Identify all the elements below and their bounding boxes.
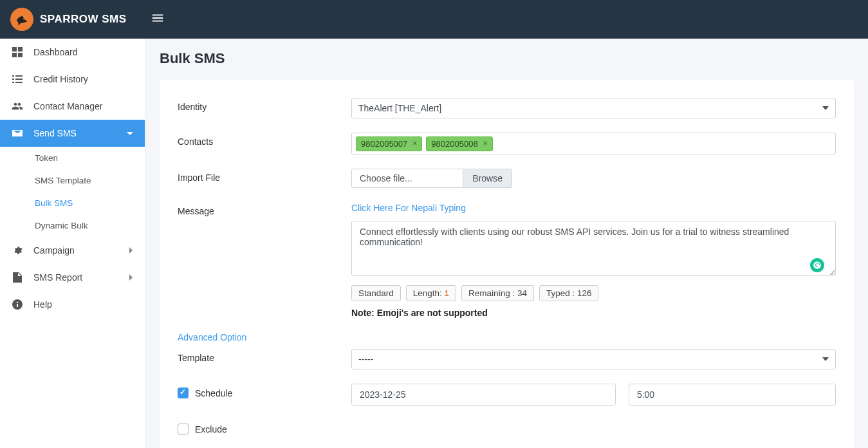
- sidebar: Dashboard Credit History Contact Manager…: [0, 39, 145, 448]
- remove-tag-icon[interactable]: ×: [412, 139, 417, 148]
- message-label: Message: [178, 202, 351, 216]
- advanced-option-link[interactable]: Advanced Option: [178, 332, 351, 342]
- remove-tag-icon[interactable]: ×: [483, 139, 488, 148]
- contacts-label: Contacts: [178, 133, 351, 147]
- sidebar-sub-bulk-sms[interactable]: Bulk SMS: [0, 192, 145, 214]
- app-header: SPARROW SMS: [0, 0, 868, 39]
- sidebar-item-credit-history[interactable]: Credit History: [0, 66, 145, 93]
- sidebar-sub-sms-template[interactable]: SMS Template: [0, 169, 145, 192]
- nepali-typing-link[interactable]: Click Here For Nepali Typing: [351, 203, 466, 213]
- identity-select[interactable]: TheAlert [THE_Alert]: [351, 98, 836, 118]
- sidebar-item-label: Campaign: [33, 245, 75, 256]
- import-file-label: Import File: [178, 169, 351, 183]
- file-input[interactable]: Choose file... Browse: [351, 169, 512, 188]
- remaining-badge: Remaining : 34: [461, 285, 534, 301]
- file-icon: [12, 272, 23, 283]
- mode-badge: Standard: [351, 285, 401, 301]
- users-icon: [12, 100, 23, 112]
- message-textarea[interactable]: [351, 221, 836, 276]
- brand-name: SPARROW SMS: [40, 13, 127, 26]
- sidebar-sub-dynamic-bulk[interactable]: Dynamic Bulk: [0, 214, 145, 237]
- sidebar-item-send-sms[interactable]: Send SMS: [0, 120, 145, 147]
- sidebar-sub-token[interactable]: Token: [0, 147, 145, 169]
- file-text: Choose file...: [351, 169, 463, 188]
- emoji-note: Note: Emoji's are not supported: [351, 308, 836, 318]
- page-title: Bulk SMS: [160, 50, 854, 67]
- schedule-date-input[interactable]: [351, 384, 616, 406]
- svg-point-0: [23, 16, 24, 17]
- exclude-label: Exclude: [195, 424, 227, 434]
- gear-icon: [12, 245, 23, 256]
- dashboard-icon: [12, 46, 23, 58]
- browse-button[interactable]: Browse: [463, 169, 512, 188]
- length-badge: Length: 1: [406, 285, 456, 301]
- sidebar-item-label: Dashboard: [33, 47, 78, 57]
- typed-badge: Typed : 126: [539, 285, 599, 301]
- sidebar-item-label: SMS Report: [33, 272, 82, 283]
- sidebar-item-label: Credit History: [33, 74, 88, 84]
- sidebar-item-label: Send SMS: [33, 128, 77, 138]
- schedule-time-input[interactable]: [629, 384, 836, 406]
- chevron-right-icon: [128, 245, 133, 256]
- list-icon: [12, 73, 23, 85]
- exclude-checkbox[interactable]: [178, 424, 189, 434]
- logo[interactable]: SPARROW SMS: [10, 8, 145, 31]
- contact-tag: 9802005007 ×: [356, 136, 422, 151]
- sidebar-item-contact-manager[interactable]: Contact Manager: [0, 93, 145, 120]
- info-icon: [12, 299, 23, 310]
- contact-tag: 9802005008 ×: [426, 136, 492, 151]
- template-select[interactable]: -----: [351, 349, 836, 369]
- sidebar-item-label: Contact Manager: [33, 101, 102, 111]
- sidebar-item-campaign[interactable]: Campaign: [0, 237, 145, 264]
- main-content: Bulk SMS Identity TheAlert [THE_Alert] C…: [145, 39, 868, 448]
- schedule-checkbox[interactable]: [178, 387, 189, 398]
- envelope-icon: [12, 127, 23, 139]
- sidebar-item-label: Help: [33, 299, 52, 310]
- contacts-input[interactable]: 9802005007 × 9802005008 ×: [351, 133, 836, 154]
- chevron-down-icon: [127, 128, 133, 138]
- chevron-right-icon: [128, 272, 133, 283]
- form-card: Identity TheAlert [THE_Alert] Contacts 9…: [160, 80, 854, 448]
- sidebar-item-dashboard[interactable]: Dashboard: [0, 39, 145, 66]
- template-label: Template: [178, 349, 351, 363]
- logo-icon: [10, 8, 33, 31]
- sidebar-item-sms-report[interactable]: SMS Report: [0, 264, 145, 291]
- sidebar-item-help[interactable]: Help: [0, 291, 145, 318]
- schedule-label: Schedule: [195, 388, 232, 398]
- grammarly-icon[interactable]: [810, 258, 824, 272]
- identity-label: Identity: [178, 98, 351, 112]
- menu-toggle-icon[interactable]: [145, 6, 170, 33]
